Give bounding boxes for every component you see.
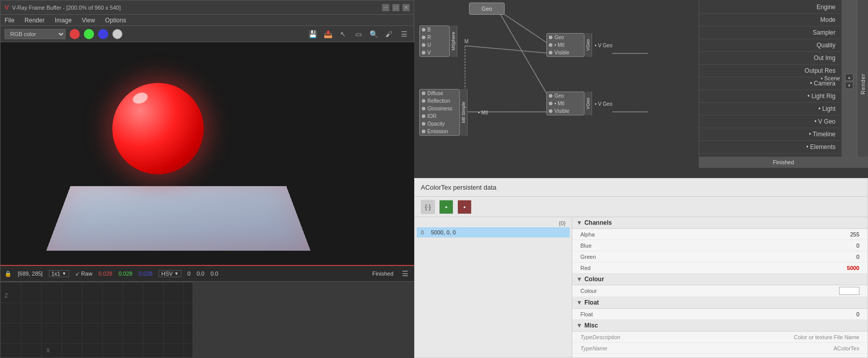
viewport-bottom: Z X — [0, 282, 193, 358]
green-channel-dot[interactable] — [84, 29, 94, 39]
render-quality-item[interactable]: Quality — [699, 39, 842, 52]
colorspace-select[interactable]: HSV ▼ — [159, 270, 181, 277]
port-v-dot — [422, 51, 425, 54]
render-outimg-item[interactable]: Out Img — [699, 52, 842, 65]
acolor-title: AColorTex persistent data — [421, 184, 497, 191]
channels-section-header[interactable]: ▼ Channels — [572, 217, 867, 229]
red-channel-dot[interactable] — [70, 29, 80, 39]
menu-image[interactable]: Image — [53, 16, 74, 25]
render-timeline-item[interactable]: • Timeline — [699, 128, 842, 141]
blue-name: Blue — [580, 243, 856, 249]
svg-line-1 — [498, 10, 551, 46]
region-icon[interactable]: ▭ — [353, 28, 364, 40]
colour-section-header[interactable]: ▼ Colour — [572, 274, 867, 285]
ior-port: IOR — [420, 112, 459, 120]
viewport-grid: Z X — [1, 282, 193, 357]
filter-dropdown-icon: ▼ — [62, 271, 67, 276]
geo-node[interactable]: Geo — [469, 3, 505, 15]
sphere-container — [112, 83, 204, 174]
render-light-item[interactable]: • Light — [699, 103, 842, 115]
vgeo-bottom-output: • V Geo — [595, 101, 612, 106]
port-u: U — [420, 41, 449, 49]
vfb-statusbar: 🔒 [689, 285] 1x1 ▼ ↙ Raw 0.028 0.028 0.0… — [1, 265, 415, 281]
render-sampler-item[interactable]: Sampler — [699, 26, 842, 39]
vgeo-top-node[interactable]: Geo • Mtl Visible VGeo • V Geo — [546, 33, 592, 57]
valid-row: Valid True — [572, 354, 867, 357]
render-engine-item[interactable]: Engine — [699, 1, 842, 14]
render-elements-item[interactable]: • Elements — [699, 141, 842, 154]
float-label: Float — [584, 299, 599, 306]
white-channel-dot[interactable] — [112, 29, 122, 39]
vgeo-top-visible-port: Visible — [547, 49, 584, 56]
status-v3: 0.0 — [210, 271, 218, 277]
msphere-label: MSphere — [450, 25, 457, 57]
acolor-green-cube-button[interactable]: ▪ — [439, 200, 453, 214]
finished-badge: Finished — [699, 157, 868, 168]
menu-render[interactable]: Render — [22, 16, 46, 25]
node-grid: Geo B R U V — [414, 0, 704, 178]
colour-swatch[interactable] — [839, 287, 859, 295]
acolor-braces-button[interactable]: {·} — [421, 200, 435, 214]
close-button[interactable]: ✕ — [402, 4, 410, 11]
arrow-up-button[interactable]: ▲ — [845, 74, 853, 81]
cursor-icon[interactable]: ↖ — [337, 28, 349, 40]
vfb-logo-icon: V — [5, 4, 9, 11]
acolor-red-cube-button[interactable]: ▪ — [457, 200, 472, 214]
menu-view[interactable]: View — [80, 16, 97, 25]
colour-name: Colour — [580, 288, 839, 294]
channel-select[interactable]: RGB color — [5, 29, 66, 39]
raw-curve-icon: ↙ — [75, 271, 80, 277]
vfb-title-left: V V-Ray Frame Buffer - [200.0% of 960 x … — [5, 4, 120, 11]
acolor-list-item-0[interactable]: 0 5000, 0, 0 — [417, 227, 570, 237]
misc-label: Misc — [584, 322, 598, 329]
menu-options[interactable]: Options — [103, 16, 128, 25]
palette-icon[interactable]: 🖌 — [383, 28, 394, 40]
float-name: Float — [580, 311, 856, 317]
render-mode-item[interactable]: Mode — [699, 14, 842, 26]
status-menu-icon[interactable]: ☰ — [399, 268, 411, 279]
vgeo-top-mtl-port: • Mtl — [547, 41, 584, 49]
blue-channel-dot[interactable] — [98, 29, 108, 39]
acolor-list-area: {0} 0 5000, 0, 0 ▼ Channels Alpha 255 Bl… — [415, 217, 867, 357]
typedescription-value: Color or texture File Name — [794, 334, 859, 340]
vgeo-bottom-node[interactable]: Geo • Mtl Visible VGeo • V Geo — [546, 92, 592, 115]
diffuse-port: Diffuse — [420, 90, 459, 97]
export-icon[interactable]: 📤 — [322, 28, 333, 40]
minimize-button[interactable]: ─ — [382, 4, 389, 11]
vgeo-bottom-vertical-label: VGeo — [584, 92, 592, 115]
msphere-node[interactable]: B R U V MSphere M — [419, 25, 457, 57]
maximize-button[interactable]: □ — [392, 4, 399, 11]
menu-icon[interactable]: ☰ — [398, 28, 410, 40]
x-axis-label: X — [46, 347, 50, 353]
render-tab-label: Render — [860, 73, 866, 95]
float-section-header[interactable]: ▼ Float — [572, 297, 867, 309]
acolor-list: {0} 0 5000, 0, 0 — [415, 217, 572, 357]
typename-row: TypeName AColorTex — [572, 343, 867, 354]
render-vertical-tab[interactable]: Render — [857, 0, 868, 168]
menu-file[interactable]: File — [3, 16, 16, 25]
vgeo-bottom-geo-port: Geo — [547, 92, 584, 100]
acolor-toolbar: {·} ▪ ▪ — [415, 197, 867, 217]
pixel-filter[interactable]: 1x1 ▼ — [49, 270, 69, 277]
colorspace-dropdown-icon: ▼ — [174, 271, 179, 276]
vfb-menubar: File Render Image View Options — [1, 15, 414, 26]
b-value: 0.028 — [139, 271, 153, 277]
float-row: Float 0 — [572, 309, 867, 320]
node-editor: Geo B R U V — [414, 0, 704, 178]
vgeo-top-geo-port: Geo — [547, 34, 584, 41]
lens-icon[interactable]: 🔍 — [368, 28, 379, 40]
render-vgeo-item[interactable]: • V Geo — [699, 115, 842, 128]
valid-name: Valid — [580, 356, 848, 358]
save-icon[interactable]: 💾 — [307, 28, 318, 40]
list-item-index: 0 — [421, 229, 427, 235]
alpha-row: Alpha 255 — [572, 229, 867, 240]
mtl-simple-node[interactable]: Diffuse Reflection Glossiness IOR Opacit… — [419, 89, 468, 136]
vfb-title-text: V-Ray Frame Buffer - [200.0% of 960 x 54… — [12, 5, 121, 11]
float-value: 0 — [856, 311, 859, 317]
svg-line-6 — [498, 10, 551, 102]
arrow-down-button[interactable]: ▼ — [845, 82, 853, 89]
render-panel: Engine Mode Sampler Quality Out Img Outp… — [699, 0, 868, 168]
typename-name: TypeName — [580, 345, 833, 351]
render-lightrig-item[interactable]: • Light Rig — [699, 90, 842, 103]
misc-section-header[interactable]: ▼ Misc — [572, 320, 867, 332]
